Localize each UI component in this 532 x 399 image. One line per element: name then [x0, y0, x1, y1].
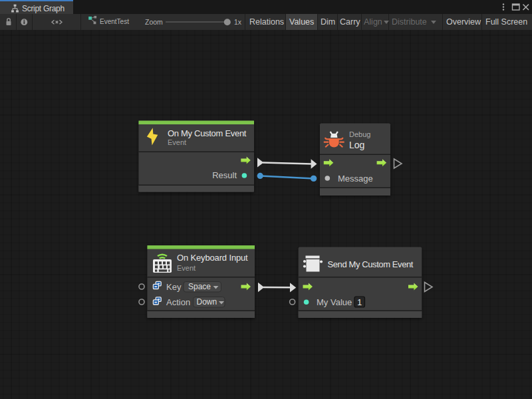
svg-text:On My Custom Event: On My Custom Event: [168, 128, 247, 138]
svg-text:Key: Key: [166, 282, 182, 292]
svg-text:Debug: Debug: [349, 130, 370, 138]
svg-text:Send My Custom Event: Send My Custom Event: [328, 259, 414, 269]
svg-text:My Value: My Value: [317, 297, 352, 307]
svg-text:Log: Log: [349, 140, 364, 150]
svg-text:Action: Action: [166, 297, 190, 307]
svg-text:Event: Event: [177, 264, 196, 272]
svg-text:Event: Event: [168, 138, 186, 146]
svg-text:Space: Space: [188, 282, 211, 291]
svg-text:1: 1: [357, 298, 362, 307]
svg-text:Message: Message: [338, 174, 373, 184]
svg-text:Down: Down: [197, 297, 217, 307]
svg-text:Result: Result: [212, 170, 237, 180]
svg-text:On Keyboard Input: On Keyboard Input: [177, 253, 248, 263]
